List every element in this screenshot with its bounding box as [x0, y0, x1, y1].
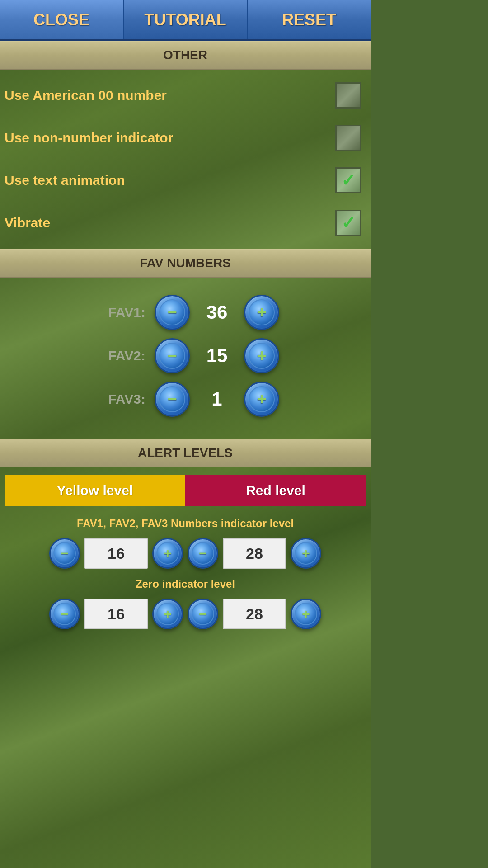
zero-alert-controls: − 16 + − 28 +: [0, 594, 371, 634]
zero-red-value[interactable]: 28: [223, 599, 286, 629]
fav2-minus-button[interactable]: −: [155, 338, 190, 373]
alert-section: Yellow level Red level FAV1, FAV2, FAV3 …: [0, 475, 371, 643]
fav3-minus-button[interactable]: −: [155, 382, 190, 417]
zero-indicator-label: Zero indicator level: [0, 573, 371, 594]
fav2-row: FAV2: − 15 +: [0, 338, 371, 373]
zero-red-plus-button[interactable]: +: [291, 599, 321, 629]
fav1-label: FAV1:: [91, 305, 145, 320]
nonnumber-label: Use non-number indicator: [5, 130, 335, 146]
setting-row-nonnumber: Use non-number indicator ✓: [0, 117, 371, 159]
minus-icon: −: [167, 304, 177, 321]
settings-area: Use American 00 number ✓ Use non-number …: [0, 70, 371, 249]
fav-red-plus-button[interactable]: +: [291, 538, 321, 569]
minus-icon: −: [199, 607, 207, 621]
fav-numbers-section-header: FAV NUMBERS: [0, 249, 371, 278]
minus-icon: −: [61, 607, 69, 621]
plus-icon: +: [164, 607, 172, 621]
textanim-checkbox[interactable]: ✓: [335, 167, 361, 193]
fav-red-minus-button[interactable]: −: [188, 538, 218, 569]
fav3-row: FAV3: − 1 +: [0, 382, 371, 417]
zero-yellow-minus-button[interactable]: −: [49, 599, 80, 629]
textanim-checkmark: ✓: [341, 170, 356, 190]
alert-levels-section-header: ALERT LEVELS: [0, 439, 371, 467]
fav-red-value[interactable]: 28: [223, 538, 286, 569]
vibrate-checkmark: ✓: [341, 213, 356, 233]
minus-icon: −: [61, 547, 69, 560]
toolbar: CLOSE TUTORIAL RESET: [0, 0, 371, 41]
close-button[interactable]: CLOSE: [0, 0, 124, 39]
minus-icon: −: [167, 348, 177, 364]
fav-numbers-area: FAV1: − 36 + FAV2: − 15: [0, 278, 371, 439]
red-level-bar: Red level: [185, 475, 366, 506]
fav-alert-controls: − 16 + − 28 +: [0, 533, 371, 573]
tutorial-button[interactable]: TUTORIAL: [124, 0, 248, 39]
vibrate-checkbox[interactable]: ✓: [335, 210, 361, 236]
setting-row-vibrate: Vibrate ✓: [0, 202, 371, 244]
minus-icon: −: [199, 547, 207, 560]
american00-checkbox[interactable]: ✓: [335, 82, 361, 108]
minus-icon: −: [167, 391, 177, 407]
fav-yellow-plus-button[interactable]: +: [152, 538, 183, 569]
plus-icon: +: [257, 304, 266, 321]
setting-row-american00: Use American 00 number ✓: [0, 74, 371, 117]
zero-yellow-value[interactable]: 16: [84, 599, 148, 629]
plus-icon: +: [257, 391, 266, 407]
plus-icon: +: [164, 547, 172, 560]
american00-label: Use American 00 number: [5, 88, 335, 103]
fav-numbers-indicator-label: FAV1, FAV2, FAV3 Numbers indicator level: [0, 514, 371, 533]
fav2-plus-button[interactable]: +: [244, 338, 279, 373]
fav-yellow-minus-button[interactable]: −: [49, 538, 80, 569]
alert-level-bar: Yellow level Red level: [5, 475, 366, 506]
fav1-value: 36: [199, 302, 235, 323]
fav1-minus-button[interactable]: −: [155, 295, 190, 330]
textanim-label: Use text animation: [5, 173, 335, 188]
fav3-value: 1: [199, 388, 235, 410]
fav2-label: FAV2:: [91, 348, 145, 363]
fav3-plus-button[interactable]: +: [244, 382, 279, 417]
zero-red-minus-button[interactable]: −: [188, 599, 218, 629]
vibrate-label: Vibrate: [5, 215, 335, 231]
other-section-header: OTHER: [0, 41, 371, 70]
setting-row-textanim: Use text animation ✓: [0, 159, 371, 202]
plus-icon: +: [302, 547, 310, 560]
fav-yellow-value[interactable]: 16: [84, 538, 148, 569]
fav3-label: FAV3:: [91, 392, 145, 407]
nonnumber-checkbox[interactable]: ✓: [335, 125, 361, 151]
fav1-plus-button[interactable]: +: [244, 295, 279, 330]
reset-button[interactable]: RESET: [248, 0, 371, 39]
plus-icon: +: [257, 348, 266, 364]
zero-yellow-plus-button[interactable]: +: [152, 599, 183, 629]
yellow-level-bar: Yellow level: [5, 475, 185, 506]
plus-icon: +: [302, 607, 310, 621]
fav1-row: FAV1: − 36 +: [0, 295, 371, 330]
fav2-value: 15: [199, 345, 235, 367]
